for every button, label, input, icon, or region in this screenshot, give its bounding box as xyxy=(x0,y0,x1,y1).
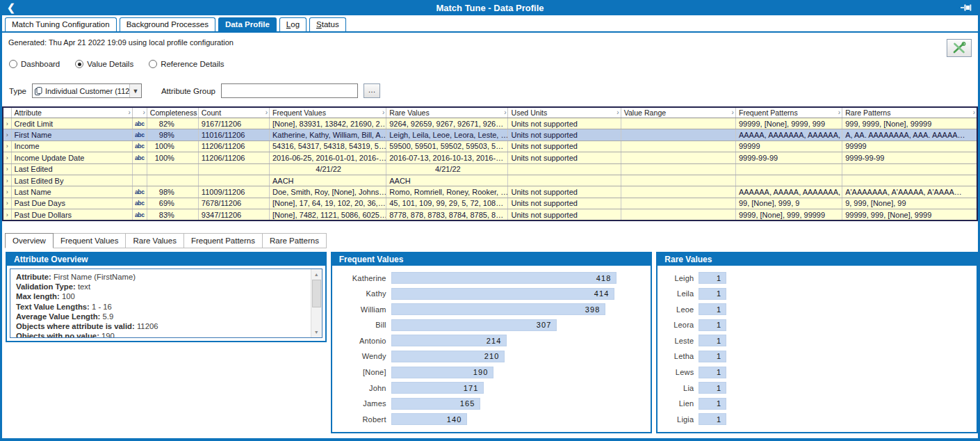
bar-row[interactable]: Robert140 xyxy=(332,413,651,425)
bar-label: Leigh xyxy=(658,274,694,282)
subtab-frequent-patterns[interactable]: Frequent Patterns xyxy=(184,233,263,248)
subtab-overview[interactable]: Overview xyxy=(5,233,54,248)
bar-row[interactable]: Leoe1 xyxy=(658,303,977,315)
row-expander-icon[interactable]: › xyxy=(3,152,11,163)
bar[interactable]: 1 xyxy=(699,351,726,362)
scrollbar-thumb[interactable] xyxy=(312,280,321,307)
radio-dashboard[interactable]: Dashboard xyxy=(9,60,60,68)
table-row[interactable]: ›Past Due Daysabc69%7678/11206[None], 17… xyxy=(3,198,977,209)
tab-log[interactable]: Log xyxy=(279,17,307,31)
bar[interactable]: 1 xyxy=(699,382,726,394)
column-header-value-range[interactable]: Value Range› xyxy=(621,107,735,118)
scroll-up-icon[interactable]: ▲ xyxy=(311,269,322,280)
bar-row[interactable]: [None]190 xyxy=(332,367,651,378)
cell-frequent-patterns xyxy=(735,163,842,175)
bar-row[interactable]: Katherine418 xyxy=(332,272,651,284)
bar-row[interactable]: William398 xyxy=(332,303,651,315)
column-header-frequent-values[interactable]: Frequent Values› xyxy=(270,107,386,118)
table-row[interactable]: ›Last Edited4/21/224/21/22 xyxy=(3,163,977,175)
column-header-frequent-patterns[interactable]: Frequent Patterns› xyxy=(735,107,842,118)
bar-row[interactable]: Antonio214 xyxy=(332,335,651,346)
overview-line: Text Value Lengths: 1 - 16 xyxy=(16,302,308,312)
column-header-rare-values[interactable]: Rare Values› xyxy=(386,107,508,118)
bar[interactable]: 414 xyxy=(391,288,614,300)
column-header-rare-patterns[interactable]: Rare Patterns› xyxy=(842,107,977,118)
type-dropdown[interactable]: Individual Customer (11206) ▼ xyxy=(32,83,142,98)
bar[interactable]: 1 xyxy=(699,272,726,284)
scroll-down-icon[interactable]: ▼ xyxy=(311,327,322,337)
bar-row[interactable]: Leila1 xyxy=(658,288,977,300)
row-expander-icon[interactable]: › xyxy=(3,163,11,175)
bar-row[interactable]: Leora1 xyxy=(658,319,977,331)
bar[interactable]: 1 xyxy=(699,367,726,378)
bar[interactable]: 1 xyxy=(699,319,726,331)
bar-row[interactable]: Bill307 xyxy=(332,319,651,331)
row-expander-icon[interactable]: › xyxy=(3,209,11,220)
column-header-type-icon[interactable]: › xyxy=(132,107,147,118)
attribute-group-browse-button[interactable]: … xyxy=(364,83,380,98)
cell-completeness: 69% xyxy=(147,198,198,209)
bar-row[interactable]: Leste1 xyxy=(658,335,977,346)
column-header-completeness[interactable]: Completeness› xyxy=(147,107,198,118)
row-expander-icon[interactable]: › xyxy=(3,118,11,129)
tab-background-processes[interactable]: Background Processes xyxy=(120,17,215,31)
abc-type-icon: abc xyxy=(132,129,147,141)
cell-value-range xyxy=(621,152,735,163)
bar-row[interactable]: Ligia1 xyxy=(658,413,977,425)
bar[interactable]: 214 xyxy=(391,335,507,346)
bar-row[interactable]: Wendy210 xyxy=(332,351,651,362)
bar-row[interactable]: Letha1 xyxy=(658,351,977,362)
subtab-rare-patterns[interactable]: Rare Patterns xyxy=(263,233,327,248)
tab-data-profile[interactable]: Data Profile xyxy=(218,17,277,31)
table-row[interactable]: ›Income Update Dateabc100%11206/11206201… xyxy=(3,152,977,163)
bar[interactable]: 1 xyxy=(699,303,726,315)
bar[interactable]: 140 xyxy=(391,413,467,425)
bar-value: 214 xyxy=(487,337,506,345)
row-expander-icon[interactable]: › xyxy=(3,198,11,209)
tab-status[interactable]: Status xyxy=(309,17,346,31)
radio-reference-details[interactable]: Reference Details xyxy=(149,60,224,68)
pin-icon[interactable] xyxy=(961,3,972,15)
bar[interactable]: 190 xyxy=(391,367,493,378)
table-row[interactable]: ›Credit Limitabc82%9167/11206[None], 839… xyxy=(3,118,977,129)
table-row[interactable]: ›First Nameabc98%11016/11206Katherine, K… xyxy=(3,129,977,141)
bar[interactable]: 165 xyxy=(391,398,480,410)
table-row[interactable]: ›Last Edited ByAACHAACH xyxy=(3,175,977,186)
bar[interactable]: 398 xyxy=(391,303,605,315)
bar-row[interactable]: Lia1 xyxy=(658,382,977,394)
radio-value-details[interactable]: Value Details xyxy=(75,60,133,68)
bar[interactable]: 418 xyxy=(391,272,616,284)
column-header-attribute[interactable]: Attribute› xyxy=(11,107,132,118)
row-expander-icon[interactable]: › xyxy=(3,141,11,152)
cell-completeness xyxy=(147,175,198,186)
cell-completeness: 100% xyxy=(147,152,198,163)
table-row[interactable]: ›Last Nameabc98%11009/11206Doe, Smith, R… xyxy=(3,186,977,198)
bar[interactable]: 1 xyxy=(699,288,726,300)
row-expander-icon[interactable]: › xyxy=(3,129,11,141)
bar[interactable]: 210 xyxy=(391,351,505,362)
row-expander-icon[interactable]: › xyxy=(3,186,11,198)
bar-row[interactable]: Lews1 xyxy=(658,367,977,378)
bar[interactable]: 1 xyxy=(699,398,726,410)
row-expander-icon[interactable]: › xyxy=(3,175,11,186)
bar-row[interactable]: Kathy414 xyxy=(332,288,651,300)
bar-row[interactable]: Leigh1 xyxy=(658,272,977,284)
bar-row[interactable]: John171 xyxy=(332,382,651,394)
bar[interactable]: 171 xyxy=(391,382,484,394)
attribute-group-input[interactable] xyxy=(221,83,358,98)
bar[interactable]: 1 xyxy=(699,413,726,425)
bar-row[interactable]: James165 xyxy=(332,398,651,410)
tab-match-tuning-configuration[interactable]: Match Tuning Configuration xyxy=(5,17,117,31)
bar-label: Robert xyxy=(332,415,386,424)
bar-row[interactable]: Lien1 xyxy=(658,398,977,410)
table-row[interactable]: ›Incomeabc100%11206/1120654316, 54317, 5… xyxy=(3,141,977,152)
column-header-count[interactable]: Count› xyxy=(198,107,269,118)
subtab-rare-values[interactable]: Rare Values xyxy=(126,233,183,248)
subtab-frequent-values[interactable]: Frequent Values xyxy=(54,233,126,248)
overview-scrollbar[interactable]: ▲ ▼ xyxy=(311,269,322,337)
bar[interactable]: 307 xyxy=(391,319,557,331)
bar[interactable]: 1 xyxy=(699,335,726,346)
profile-settings-button[interactable] xyxy=(947,39,972,57)
table-row[interactable]: ›Past Due Dollarsabc83%9347/11206[None],… xyxy=(3,209,977,220)
column-header-used-units[interactable]: Used Units› xyxy=(508,107,621,118)
